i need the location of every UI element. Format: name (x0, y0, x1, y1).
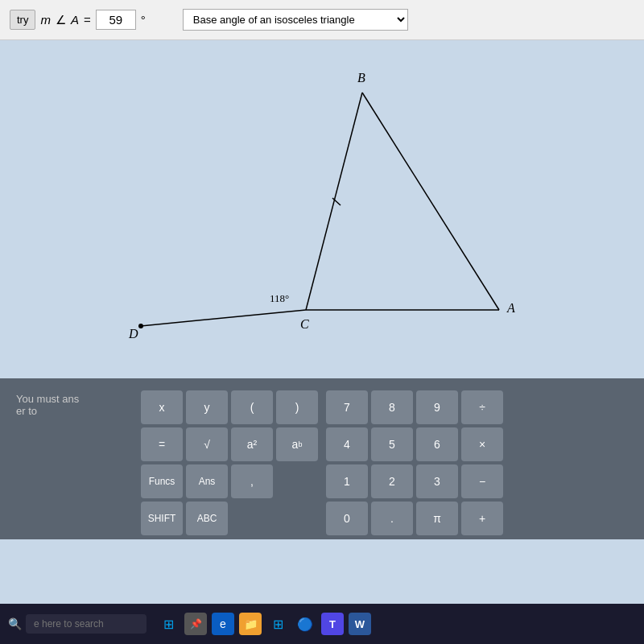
keyboard-area: You must anser to x y ( ) = √ a² ab Func… (0, 378, 644, 539)
key-empty-1 (276, 464, 318, 498)
try-button[interactable]: try (10, 10, 35, 30)
key-3[interactable]: 3 (416, 464, 458, 498)
taskbar-word-icon[interactable]: W (349, 613, 371, 635)
taskbar-edge-icon[interactable]: e (212, 613, 234, 635)
key-a-power-b[interactable]: ab (276, 427, 318, 461)
angle-value-label: 118° (270, 292, 289, 304)
taskbar-search-input[interactable] (26, 614, 147, 634)
key-2[interactable]: 2 (371, 464, 413, 498)
reason-dropdown[interactable]: Base angle of an isosceles triangle (183, 9, 408, 31)
key-funcs[interactable]: Funcs (141, 464, 183, 498)
taskbar-folder-icon[interactable]: 📁 (239, 613, 262, 635)
taskbar-pinned-icon[interactable]: 📌 (184, 613, 207, 635)
taskbar-search-area: 🔍 (8, 614, 147, 634)
vertex-a-label: A (506, 301, 515, 315)
m-label: m (40, 13, 51, 27)
key-5[interactable]: 5 (371, 427, 413, 461)
key-a-squared[interactable]: a² (231, 427, 273, 461)
key-plus[interactable]: + (461, 502, 503, 535)
taskbar-chrome-icon[interactable]: 🔵 (294, 613, 316, 635)
variable-label: A (71, 13, 79, 27)
key-minus[interactable]: − (461, 464, 503, 498)
answer-bar: try m ∠ A = ° Base angle of an isosceles… (0, 0, 644, 40)
key-x[interactable]: x (141, 390, 183, 424)
key-comma[interactable]: , (231, 464, 273, 498)
svg-line-1 (306, 93, 362, 310)
vertex-d-label: D (128, 327, 138, 341)
svg-line-3 (141, 310, 306, 326)
key-7[interactable]: 7 (326, 390, 368, 424)
key-equals[interactable]: = (141, 427, 183, 461)
equals-sign: = (84, 13, 91, 27)
key-pi[interactable]: π (416, 502, 458, 535)
svg-line-0 (362, 93, 499, 310)
answer-input[interactable] (96, 10, 136, 30)
key-8[interactable]: 8 (371, 390, 413, 424)
taskbar-search-icon: 🔍 (8, 617, 22, 630)
taskbar: 🔍 ⊞ 📌 e 📁 ⊞ 🔵 T W (0, 604, 644, 644)
key-divide[interactable]: ÷ (461, 390, 503, 424)
vertex-c-label: C (300, 317, 309, 331)
key-grid-left: x y ( ) = √ a² ab Funcs Ans , SHIFT ABC (141, 390, 318, 535)
key-9[interactable]: 9 (416, 390, 458, 424)
key-empty-2 (231, 502, 273, 535)
taskbar-windows-icon[interactable]: ⊞ (157, 613, 180, 635)
key-sqrt[interactable]: √ (186, 427, 228, 461)
svg-point-5 (138, 324, 143, 328)
key-dot[interactable]: . (371, 502, 413, 535)
key-close-paren[interactable]: ) (276, 390, 318, 424)
key-6[interactable]: 6 (416, 427, 458, 461)
key-abc[interactable]: ABC (186, 502, 228, 535)
taskbar-windows2-icon[interactable]: ⊞ (266, 613, 289, 635)
triangle-svg: B A C D 118° (0, 40, 644, 378)
key-open-paren[interactable]: ( (231, 390, 273, 424)
angle-symbol: ∠ (56, 13, 66, 27)
geometry-area: B A C D 118° (0, 40, 644, 378)
key-empty-3 (276, 502, 318, 535)
degree-symbol: ° (141, 13, 146, 27)
reason-dropdown-container: Base angle of an isosceles triangle (183, 9, 408, 31)
key-ans[interactable]: Ans (186, 464, 228, 498)
key-0[interactable]: 0 (326, 502, 368, 535)
key-grid-right: 7 8 9 ÷ 4 5 6 × 1 2 3 − 0 . π + (326, 390, 503, 535)
key-1[interactable]: 1 (326, 464, 368, 498)
key-y[interactable]: y (186, 390, 228, 424)
keyboard-note: You must anser to (16, 393, 79, 417)
vertex-b-label: B (357, 71, 365, 85)
key-shift[interactable]: SHIFT (141, 502, 183, 535)
key-multiply[interactable]: × (461, 427, 503, 461)
key-4[interactable]: 4 (326, 427, 368, 461)
taskbar-teams-icon[interactable]: T (321, 613, 344, 635)
taskbar-icons: ⊞ 📌 e 📁 ⊞ 🔵 T W (157, 613, 371, 635)
keyboard-wrapper: x y ( ) = √ a² ab Funcs Ans , SHIFT ABC … (141, 390, 503, 535)
